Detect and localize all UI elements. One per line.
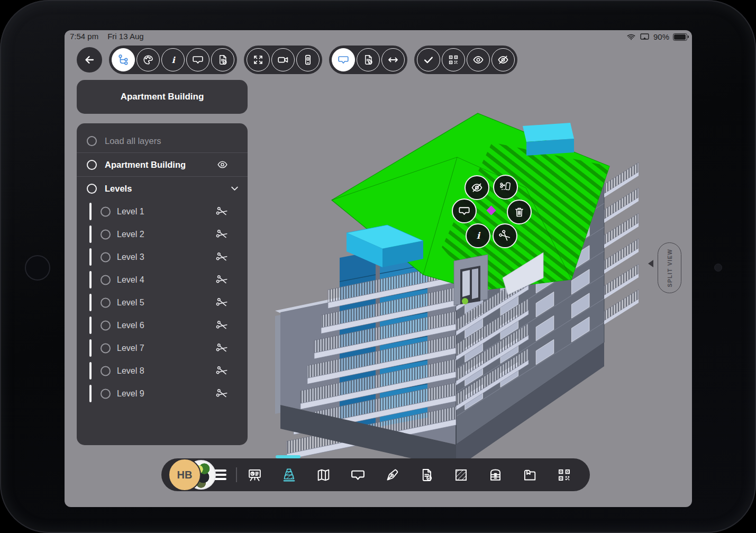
- level-label: Level 2: [117, 230, 144, 239]
- scissors-icon[interactable]: [214, 385, 230, 401]
- rooftop-cyan-box-right: [523, 123, 574, 156]
- dock-item-materials[interactable]: [449, 463, 472, 486]
- pen-icon: [384, 467, 400, 483]
- level-radio[interactable]: [101, 389, 111, 399]
- dock-item-buildings[interactable]: [277, 463, 300, 486]
- bottom-toolbar: HB: [161, 458, 590, 491]
- split-view-button[interactable]: SPLIT VIEW: [658, 242, 681, 293]
- dock-item-folder[interactable]: [518, 463, 541, 486]
- hatch-square-icon: [453, 467, 469, 483]
- scissors-icon[interactable]: [214, 226, 230, 242]
- dock-item-map[interactable]: [312, 463, 335, 486]
- scissors-icon: [496, 227, 514, 245]
- clip-plane-scissors-icon: [499, 180, 512, 194]
- roof-dormer: [454, 255, 488, 305]
- tablet-frame: 7:54 pm Fri 13 Aug 90%: [0, 0, 756, 533]
- layer-row-load-all[interactable]: Load all layers: [77, 129, 248, 152]
- level-row[interactable]: Level 9: [77, 382, 248, 405]
- divider: [236, 467, 237, 482]
- qr-code-icon: [556, 467, 572, 483]
- level-label: Level 6: [117, 321, 144, 330]
- info-icon: [471, 229, 485, 242]
- comment-icon: [458, 204, 471, 218]
- radial-delete-button[interactable]: [507, 200, 532, 224]
- buildings-icon: [281, 467, 297, 483]
- drawers-icon: [487, 467, 504, 483]
- layer-label: Apartment Building: [105, 160, 186, 170]
- radio-circle[interactable]: [87, 160, 97, 170]
- level-row[interactable]: Level 8: [77, 359, 248, 382]
- level-row[interactable]: Level 2: [77, 223, 248, 246]
- layer-label: Levels: [105, 184, 132, 194]
- radio-circle[interactable]: [87, 184, 97, 194]
- level-radio[interactable]: [101, 366, 111, 376]
- radial-cut-button[interactable]: [493, 223, 517, 248]
- level-indent-tick: [89, 339, 92, 357]
- dock-item-pen[interactable]: [380, 463, 404, 486]
- app-screen: 7:54 pm Fri 13 Aug 90%: [65, 30, 692, 507]
- level-radio[interactable]: [101, 229, 111, 239]
- comment-icon: [350, 467, 366, 483]
- level-indent-tick: [89, 225, 92, 243]
- level-indent-tick: [89, 203, 92, 220]
- layer-row-apartment-building[interactable]: Apartment Building: [77, 153, 248, 176]
- front-camera: [25, 255, 50, 281]
- scissors-icon[interactable]: [214, 294, 230, 310]
- level-row[interactable]: Level 6: [77, 314, 248, 337]
- eye-icon[interactable]: [216, 159, 229, 171]
- chevron-down-icon[interactable]: [229, 183, 241, 195]
- folder-bookmark-icon: [522, 467, 538, 483]
- level-label: Level 1: [117, 207, 144, 216]
- dock-item-presentation[interactable]: [243, 463, 266, 486]
- eye-off-icon: [470, 181, 484, 194]
- level-row[interactable]: Level 3: [77, 246, 248, 268]
- level-row[interactable]: Level 7: [77, 337, 248, 359]
- scissors-icon[interactable]: [214, 272, 230, 287]
- level-radio[interactable]: [101, 320, 111, 330]
- map-icon: [315, 467, 332, 483]
- level-row[interactable]: Level 5: [77, 291, 248, 314]
- dock-item-documents[interactable]: [415, 463, 438, 486]
- avatar-initials: HB: [177, 469, 193, 481]
- layer-row-levels[interactable]: Levels: [77, 177, 248, 200]
- radial-info-button[interactable]: [466, 223, 490, 248]
- dock-item-archive[interactable]: [484, 463, 507, 486]
- document-check-icon: [418, 467, 435, 483]
- level-indent-tick: [89, 362, 92, 380]
- level-row[interactable]: Level 4: [77, 268, 248, 291]
- dock-item-qr[interactable]: [552, 463, 576, 486]
- bezel-dot: [714, 264, 722, 272]
- scissors-icon[interactable]: [214, 363, 230, 378]
- layer-label: Load all layers: [105, 136, 161, 146]
- level-indent-tick: [89, 294, 92, 311]
- active-tab-indicator: [276, 455, 300, 458]
- level-radio[interactable]: [101, 206, 111, 216]
- model-title-card[interactable]: Apartment Building: [77, 80, 248, 114]
- scissors-icon[interactable]: [214, 203, 230, 219]
- dock-item-comments[interactable]: [346, 463, 369, 486]
- level-indent-tick: [89, 385, 92, 402]
- level-label: Level 3: [117, 252, 144, 262]
- scissors-icon[interactable]: [214, 317, 230, 333]
- level-label: Level 4: [117, 275, 144, 285]
- radio-circle[interactable]: [87, 136, 97, 146]
- radial-comment-button[interactable]: [452, 198, 477, 223]
- radial-clip-plane-button[interactable]: [493, 175, 518, 200]
- trash-icon: [513, 205, 526, 219]
- level-radio[interactable]: [101, 343, 111, 353]
- level-radio[interactable]: [101, 275, 111, 285]
- scissors-icon[interactable]: [214, 249, 230, 265]
- presentation-board-icon: [247, 467, 263, 483]
- level-indent-tick: [89, 271, 92, 288]
- page-title: Apartment Building: [121, 92, 204, 102]
- level-label: Level 9: [117, 389, 144, 399]
- radial-hide-button[interactable]: [464, 175, 489, 200]
- level-indent-tick: [89, 248, 92, 266]
- scissors-icon[interactable]: [214, 340, 230, 356]
- split-view-label: SPLIT VIEW: [667, 249, 673, 287]
- level-radio[interactable]: [101, 252, 111, 262]
- level-label: Level 8: [117, 366, 144, 376]
- avatar[interactable]: HB: [168, 458, 201, 491]
- level-row[interactable]: Level 1: [77, 200, 248, 223]
- level-radio[interactable]: [101, 297, 111, 308]
